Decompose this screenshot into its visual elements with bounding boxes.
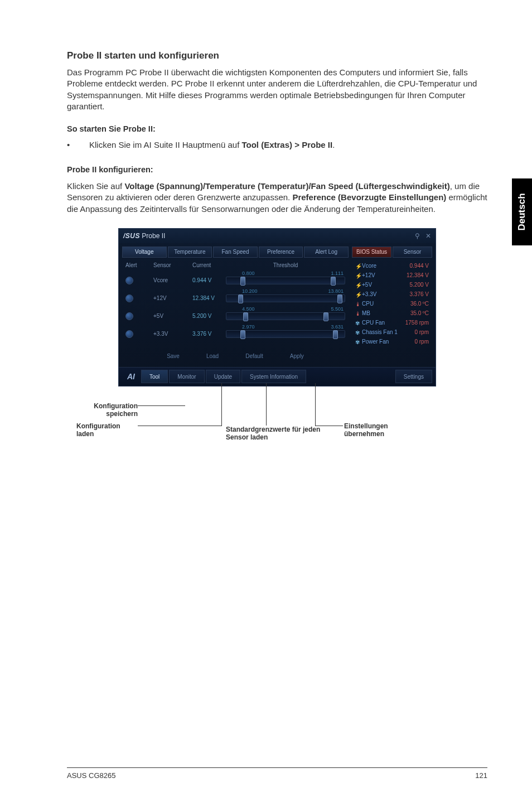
sensor-current: 12.384 V <box>192 295 226 301</box>
status-name: ✾Chassis Fan 1 <box>355 329 398 335</box>
window-title: /SUS Probe II <box>123 232 165 240</box>
threshold-low-label: 2.970 <box>242 324 255 330</box>
footer-update-button[interactable]: Update <box>206 370 240 383</box>
status-row: ✾CPU Fan1758 rpm <box>354 318 430 327</box>
tab-sensor-status[interactable]: Sensor <box>393 247 432 258</box>
tab-alert-log[interactable]: Alert Log <box>304 247 349 258</box>
threshold-low-handle[interactable] <box>240 277 245 286</box>
status-name: 🌡MB <box>355 310 370 316</box>
ai-suite-logo-icon[interactable]: AI <box>122 370 140 383</box>
lead-default-v <box>266 383 267 426</box>
status-value: 0 rpm <box>414 339 429 345</box>
apply-button[interactable]: Apply <box>282 351 312 361</box>
alert-toggle[interactable] <box>125 277 153 284</box>
threshold-high-label: 3.631 <box>331 324 344 330</box>
status-value: 3.376 V <box>410 291 429 297</box>
status-value: 36.0 ºC <box>410 301 429 307</box>
pin-icon[interactable]: ⚲ <box>415 232 420 240</box>
page-heading: Probe II starten und konfigurieren <box>67 50 487 61</box>
lead-apply-v <box>315 383 316 426</box>
threshold-high-label: 5.501 <box>331 306 344 312</box>
threshold-slider[interactable]: 4.5005.501 <box>226 312 345 320</box>
threshold-low-label: 10.200 <box>242 288 258 294</box>
sensor-row: +3.3V3.376 V2.9703.631 <box>122 325 349 343</box>
volt-icon: ⚡ <box>355 282 360 287</box>
page-footer: ASUS CG8265 121 <box>67 767 487 780</box>
figure: /SUS Probe II ⚲ ✕ Voltage Temperature Fa… <box>82 225 472 386</box>
threshold-high-label: 1.111 <box>331 270 344 276</box>
probe-app-window: /SUS Probe II ⚲ ✕ Voltage Temperature Fa… <box>118 228 436 386</box>
col-alert: Alert <box>125 262 153 268</box>
anno-apply: Einstellungen übernehmen <box>344 422 422 438</box>
footer-sysinfo-button[interactable]: System Information <box>241 370 306 383</box>
main-panel: Voltage Temperature Fan Speed Preference… <box>119 243 352 367</box>
alert-toggle[interactable] <box>125 294 153 302</box>
tab-temperature[interactable]: Temperature <box>168 247 212 258</box>
checkbox-icon <box>125 294 133 302</box>
language-tab-label: Deutsch <box>516 193 528 230</box>
status-row: ⚡+12V12.384 V <box>354 270 430 280</box>
sensor-name: +12V <box>153 295 192 301</box>
footer-monitor-button[interactable]: Monitor <box>169 370 204 383</box>
footer-tool-button[interactable]: Tool <box>141 370 168 383</box>
footer-page-number: 121 <box>475 771 487 780</box>
window-controls: ⚲ ✕ <box>415 232 431 240</box>
lead-load <box>138 426 221 426</box>
alert-toggle[interactable] <box>125 330 153 338</box>
volt-icon: ⚡ <box>355 263 360 268</box>
close-icon[interactable]: ✕ <box>425 232 431 240</box>
status-row: 🌡MB35.0 ºC <box>354 308 430 318</box>
sensor-row: +12V12.384 V10.20013.801 <box>122 289 349 307</box>
status-value: 0 rpm <box>414 329 429 335</box>
footer-product: ASUS CG8265 <box>67 771 115 780</box>
sensor-name: Vcore <box>153 277 192 283</box>
status-name: ⚡Vcore <box>355 263 376 269</box>
load-button[interactable]: Load <box>199 351 226 361</box>
alert-toggle[interactable] <box>125 312 153 320</box>
anno-save: Konfiguration speichern <box>76 402 138 418</box>
sensor-row: +5V5.200 V4.5005.501 <box>122 307 349 325</box>
tab-bios-status[interactable]: BIOS Status <box>352 247 391 258</box>
volt-icon: ⚡ <box>355 273 360 277</box>
status-value: 1758 rpm <box>405 320 429 326</box>
status-value: 12.384 V <box>407 272 429 278</box>
status-row: ⚡+5V5.200 V <box>354 280 430 289</box>
status-value: 35.0 ºC <box>410 310 429 316</box>
footer-settings-button[interactable]: Settings <box>395 370 432 383</box>
status-row: ✾Power Fan0 rpm <box>354 337 430 346</box>
save-button[interactable]: Save <box>159 351 187 361</box>
threshold-low-handle[interactable] <box>243 312 248 321</box>
tab-fan-speed[interactable]: Fan Speed <box>213 247 258 258</box>
temp-icon: 🌡 <box>355 301 360 306</box>
tab-preference[interactable]: Preference <box>259 247 303 258</box>
threshold-high-handle[interactable] <box>331 277 336 286</box>
main-tabs: Voltage Temperature Fan Speed Preference… <box>122 247 349 258</box>
start-subhead: So starten Sie Probe II: <box>67 124 487 133</box>
status-name: ⚡+12V <box>355 272 375 278</box>
status-name: 🌡CPU <box>355 301 374 307</box>
brand-logo: /SUS <box>123 232 140 240</box>
bullet-text: Klicken Sie im AI Suite II Hauptmenü auf… <box>89 140 335 149</box>
sensor-current: 5.200 V <box>192 313 226 319</box>
default-button[interactable]: Default <box>238 351 271 361</box>
anno-load: Konfiguration laden <box>76 422 138 438</box>
threshold-slider[interactable]: 0.8001.111 <box>226 277 345 284</box>
language-tab: Deutsch <box>512 178 532 245</box>
lead-load-v <box>221 383 222 426</box>
threshold-low-label: 4.500 <box>242 306 255 312</box>
cfg-b2: Preference (Bevorzugte Einstellungen) <box>292 192 446 202</box>
lead-save <box>138 405 185 406</box>
sensor-name: +3.3V <box>153 331 192 337</box>
threshold-slider[interactable]: 2.9703.631 <box>226 330 345 338</box>
threshold-low-handle[interactable] <box>238 294 243 303</box>
col-current: Current <box>192 262 226 268</box>
threshold-high-handle[interactable] <box>323 312 328 321</box>
tab-voltage[interactable]: Voltage <box>122 247 167 258</box>
threshold-low-handle[interactable] <box>240 330 245 339</box>
threshold-slider[interactable]: 10.20013.801 <box>226 294 345 302</box>
threshold-high-handle[interactable] <box>337 294 342 303</box>
app-body: Voltage Temperature Fan Speed Preference… <box>119 243 436 367</box>
status-tabs: BIOS Status Sensor <box>352 247 432 258</box>
threshold-high-handle[interactable] <box>333 330 338 339</box>
status-row: ⚡Vcore0.944 V <box>354 261 430 270</box>
